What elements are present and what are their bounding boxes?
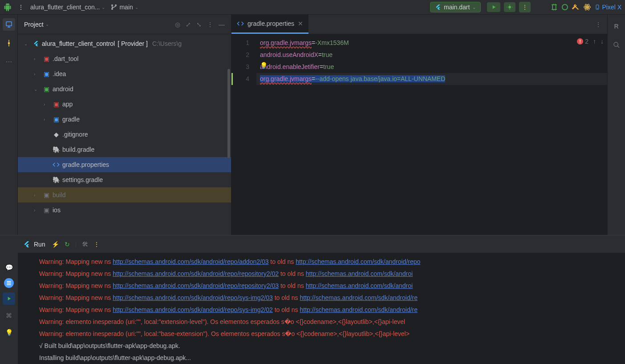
editor-tabs: gradle.properties ✕ ⋮	[231, 15, 607, 34]
line-number: 4	[231, 73, 256, 85]
error-icon: !	[577, 38, 583, 44]
svg-point-0	[112, 5, 113, 6]
chat-icon[interactable]: 💬	[3, 261, 15, 274]
commit-tool-icon[interactable]	[3, 37, 15, 49]
structure-icon[interactable]: ⌘	[3, 309, 15, 322]
gitignore-icon: ◆	[53, 131, 60, 138]
play-icon[interactable]	[3, 292, 15, 305]
target-icon[interactable]: ◎	[175, 21, 180, 28]
chevron-down-icon: ⌄	[34, 87, 40, 92]
folder-icon: ▣	[43, 85, 50, 93]
device-label: Pixel X	[602, 4, 621, 11]
tree-item-dart-tool[interactable]: › ▣ .dart_tool	[18, 51, 231, 66]
run-button[interactable]	[487, 2, 500, 12]
branch-label: main	[119, 4, 133, 11]
close-icon[interactable]: ✕	[298, 20, 303, 27]
flutter-icon	[33, 40, 39, 47]
properties-icon	[53, 161, 60, 168]
nav-up-icon[interactable]: ↑	[593, 38, 596, 45]
hot-restart-icon[interactable]: ↻	[65, 241, 70, 248]
project-selector[interactable]: alura_flutter_client_con... ⌄	[30, 4, 105, 11]
android-logo-icon	[4, 3, 12, 11]
tree-item-app[interactable]: › ▣ app	[18, 97, 231, 112]
run-title-label: Run	[34, 241, 45, 248]
error-badge[interactable]: ! 2	[577, 38, 588, 45]
svg-rect-10	[6, 22, 12, 26]
left-tool-rail: ⋯	[0, 15, 18, 235]
flutter-icon	[23, 241, 30, 248]
gradle-icon: 🐘	[53, 176, 60, 183]
run-menu-icon[interactable]: ⋮	[93, 241, 100, 248]
tree-root[interactable]: ⌄ alura_flutter_client_control [ Provide…	[18, 36, 231, 51]
branch-icon	[110, 4, 118, 11]
run-panel: 💬 ⌘ 💡 Run ⚡ ↻ | 🛠 ⋮ ↑ ↓	[0, 235, 625, 364]
tree-scrollbar[interactable]	[227, 69, 230, 158]
device-selector[interactable]: Pixel X	[595, 3, 621, 11]
right-tool-rail: R	[607, 15, 625, 235]
db-icon[interactable]	[4, 278, 14, 288]
record-icon[interactable]	[562, 4, 568, 10]
svg-point-9	[597, 8, 598, 9]
search-icon[interactable]	[610, 39, 623, 51]
line-number: 3	[233, 61, 256, 73]
expand-icon[interactable]: ⤢	[186, 21, 191, 28]
editor-area: gradle.properties ✕ ⋮ 1 2 3 4 org.gradle…	[231, 15, 607, 235]
tree-item-settings-gradle[interactable]: 🐘 settings.gradle	[18, 172, 231, 187]
chevron-right-icon: ›	[44, 102, 50, 107]
root-path: C:\Users\g	[152, 40, 182, 47]
tree-item-gradle[interactable]: › ▣ gradle	[18, 112, 231, 127]
collapse-icon[interactable]: ⤡	[196, 21, 202, 28]
branch-selector[interactable]: main ⌄	[110, 4, 138, 11]
tree-item-build-gradle[interactable]: 🐘 build.gradle	[18, 142, 231, 157]
tab-menu-icon[interactable]: ⋮	[589, 15, 607, 34]
more-tool-icon[interactable]: ⋯	[3, 56, 15, 68]
tree-item-build[interactable]: › ▣ build	[18, 187, 231, 202]
properties-icon	[237, 20, 244, 27]
tree-item-ios[interactable]: › ▣ ios	[18, 202, 231, 218]
editor-status: ! 2 ↑ ↓	[577, 38, 604, 45]
svg-point-1	[112, 8, 113, 10]
svg-point-2	[115, 5, 117, 6]
tree-item-gradle-properties[interactable]: gradle.properties	[18, 157, 231, 172]
chevron-down-icon: ⌄	[472, 5, 476, 10]
nav-down-icon[interactable]: ↓	[601, 38, 604, 45]
svg-point-12	[614, 42, 618, 46]
tree-item-android[interactable]: ⌄ ▣ android	[18, 81, 231, 97]
chevron-right-icon: ›	[44, 117, 50, 122]
run-left-rail: 💬 ⌘ 💡	[0, 235, 18, 364]
notification-icon[interactable]: R	[610, 20, 623, 32]
main-menu-icon[interactable]: ⋮	[17, 3, 25, 11]
panel-title[interactable]: Project ⌄	[24, 21, 175, 28]
panel-menu-icon[interactable]: ⋮	[207, 21, 213, 28]
editor-tab[interactable]: gradle.properties ✕	[231, 15, 308, 34]
folder-icon: ▣	[43, 55, 50, 62]
atom-icon[interactable]	[583, 3, 591, 11]
extension-icon[interactable]	[550, 3, 558, 11]
project-panel: Project ⌄ ◎ ⤢ ⤡ ⋮ — ⌄ alura_flutter_clie…	[18, 15, 231, 235]
problems-icon[interactable]: 💡	[3, 326, 15, 339]
minimize-icon[interactable]: —	[219, 21, 225, 28]
chevron-down-icon: ⌄	[45, 22, 49, 27]
project-tool-icon[interactable]	[3, 18, 15, 31]
tree-item-idea[interactable]: › ▣ .idea	[18, 66, 231, 81]
code-editor[interactable]: 1 2 3 4 org.gradle.jvmargs=-Xmx1536M and…	[231, 34, 607, 235]
run-output[interactable]: ↑ ↓ ↩ 🖶 🗑 Warning: Mapping new ns http:/…	[18, 253, 625, 364]
run-config-selector[interactable]: main.dart ⌄	[430, 2, 481, 12]
more-run-icon[interactable]: ⋮	[519, 2, 531, 12]
code-content[interactable]: org.gradle.jvmargs=-Xmx1536M android.use…	[256, 34, 607, 235]
run-config-label: main.dart	[444, 4, 470, 11]
tree-item-gitignore[interactable]: ◆ .gitignore	[18, 127, 231, 142]
svg-point-3	[509, 6, 511, 8]
tools-icon[interactable]	[572, 3, 580, 11]
debug-button[interactable]	[504, 2, 515, 12]
chevron-right-icon: ›	[34, 208, 40, 213]
hot-reload-icon[interactable]: ⚡	[52, 241, 59, 248]
lightbulb-icon[interactable]: 💡	[260, 62, 268, 69]
chevron-down-icon: ⌄	[101, 5, 105, 10]
chevron-right-icon: ›	[34, 57, 40, 61]
devtools-icon[interactable]: 🛠	[82, 241, 88, 248]
project-tree[interactable]: ⌄ alura_flutter_client_control [ Provide…	[18, 34, 231, 235]
top-toolbar: ⋮ alura_flutter_client_con... ⌄ main ⌄ m…	[0, 0, 625, 15]
chevron-right-icon: ›	[34, 72, 40, 77]
folder-icon: ▣	[53, 116, 60, 123]
